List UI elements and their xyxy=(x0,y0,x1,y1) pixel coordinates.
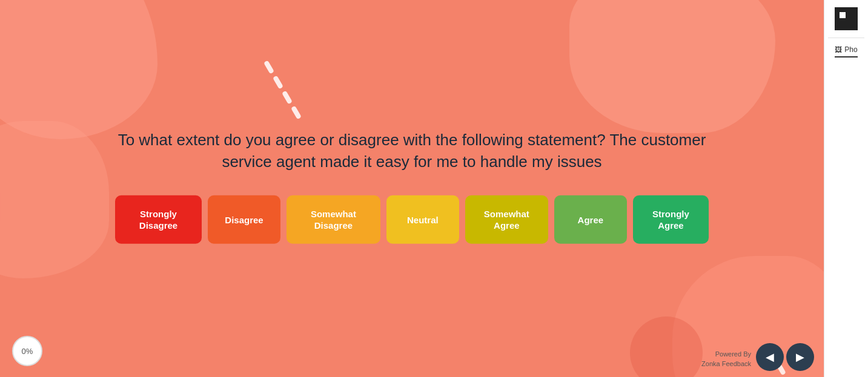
survey-container: To what extent do you agree or disagree … xyxy=(0,0,824,377)
blob-top-left xyxy=(0,0,157,139)
next-button[interactable]: ▶ xyxy=(786,343,814,371)
panel-logo-icon xyxy=(835,7,858,30)
progress-label: 0% xyxy=(22,347,33,356)
blob-top-right xyxy=(569,0,775,133)
prev-icon: ◀ xyxy=(766,350,774,364)
next-icon: ▶ xyxy=(796,350,804,364)
right-panel: 🖼 Pho xyxy=(824,0,868,377)
btn-somewhat-disagree[interactable]: Somewhat Disagree xyxy=(287,195,380,244)
prev-button[interactable]: ◀ xyxy=(756,343,784,371)
logo-inner xyxy=(840,12,853,25)
btn-neutral[interactable]: Neutral xyxy=(386,195,459,244)
photo-label: Pho xyxy=(844,45,857,54)
btn-strongly-agree[interactable]: Strongly Agree xyxy=(633,195,709,244)
survey-content: To what extent do you agree or disagree … xyxy=(115,128,709,244)
nav-buttons: ◀ ▶ xyxy=(756,343,814,371)
powered-by-text: Powered By xyxy=(715,350,751,358)
powered-by-section: Powered By Zonka Feedback xyxy=(701,350,751,369)
brand-name: Zonka Feedback xyxy=(701,360,751,367)
answer-buttons-row: Strongly Disagree Disagree Somewhat Disa… xyxy=(115,195,709,244)
photo-icon: 🖼 xyxy=(835,45,842,54)
question-text: To what extent do you agree or disagree … xyxy=(115,128,709,172)
panel-photo-row[interactable]: 🖼 Pho xyxy=(835,45,857,57)
progress-badge: 0% xyxy=(12,336,42,366)
panel-divider xyxy=(828,38,864,38)
btn-agree[interactable]: Agree xyxy=(554,195,627,244)
blob-mid-left xyxy=(0,121,109,278)
btn-somewhat-agree[interactable]: Somewhat Agree xyxy=(465,195,548,244)
btn-disagree[interactable]: Disagree xyxy=(208,195,280,244)
btn-strongly-disagree[interactable]: Strongly Disagree xyxy=(115,195,202,244)
